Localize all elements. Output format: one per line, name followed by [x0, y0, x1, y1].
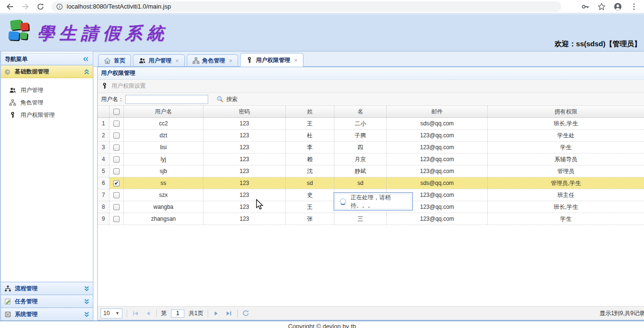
header-surname[interactable]: 姓 [286, 106, 334, 117]
cell-givenname: 月京 [334, 154, 387, 165]
loading-spinner-icon [340, 198, 346, 205]
cell-password: 123 [203, 177, 286, 189]
last-page-button[interactable] [225, 309, 233, 318]
cell-rownum: 3 [98, 142, 110, 153]
table-row[interactable]: 6✔ss123sdsdsds@qq.com管理员,学生 [98, 177, 644, 189]
row-checkbox[interactable] [113, 144, 120, 151]
next-page-button[interactable] [212, 309, 221, 318]
sidebar-item-user-permission[interactable]: 用户权限管理 [1, 109, 93, 121]
table-row[interactable]: 4lyj123赖月京123@qq.com系辅导员 [98, 154, 644, 165]
page-number-input[interactable] [171, 309, 184, 318]
cell-permissions: 班主任 [488, 189, 644, 201]
cell-permissions: 系辅导员 [488, 154, 644, 165]
accordion-panel-process[interactable]: 流程管理 [1, 282, 93, 295]
cell-email: 123@qq.com [387, 165, 488, 177]
cell-surname: 史 [286, 189, 334, 201]
table-row[interactable]: 9zhangsan123张三123@qq.com学生 [98, 213, 644, 225]
sidebar-item-role-management[interactable]: 角色管理 [1, 96, 93, 109]
menu-dots-icon[interactable] [630, 2, 638, 11]
cell-email: 123@qq.com [387, 213, 488, 225]
bookmark-star-icon[interactable] [597, 2, 606, 11]
tab-label: 首页 [114, 57, 125, 65]
row-checkbox[interactable] [113, 216, 120, 222]
reload-icon[interactable] [36, 2, 45, 11]
back-icon[interactable] [6, 2, 14, 11]
row-checkbox[interactable] [113, 192, 120, 198]
accordion-panel-label: 基础数据管理 [15, 68, 49, 76]
tab-label: 角色管理 [202, 57, 225, 65]
header-password[interactable]: 密码 [203, 106, 286, 117]
tab-user-management[interactable]: 用户管理 × [133, 54, 185, 66]
gear-icon [4, 68, 11, 75]
search-button[interactable]: 搜索 [216, 95, 238, 103]
accordion-panel-task[interactable]: 任务管理 [1, 295, 93, 308]
select-all-checkbox[interactable] [113, 109, 120, 115]
cell-permissions: 管理员 [488, 165, 644, 177]
accordion-panel-basic-data[interactable]: 基础数据管理 [1, 65, 93, 78]
cell-permissions: 学生 [488, 213, 644, 225]
password-key-icon[interactable] [581, 2, 590, 11]
cell-surname: 杜 [286, 130, 334, 141]
cell-checkbox [110, 165, 124, 177]
tab-home[interactable]: 首页 [98, 54, 131, 66]
close-icon[interactable]: × [229, 58, 233, 64]
cell-surname: 张 [286, 213, 334, 225]
cell-rownum: 5 [98, 165, 110, 177]
table-row[interactable]: 1cc2123王二小sds@qq.com班长,学生 [98, 118, 644, 130]
cell-surname: sd [286, 177, 334, 189]
tab-role-management[interactable]: 角色管理 × [187, 54, 239, 66]
org-tree-icon [192, 57, 200, 64]
row-checkbox[interactable] [113, 121, 120, 127]
header-username[interactable]: 用户名 [124, 106, 203, 117]
panel-title: 用户权限管理 [98, 67, 644, 80]
table-row[interactable]: 5sjb123沈静斌123@qq.com管理员 [98, 165, 644, 177]
row-checkbox[interactable] [113, 204, 120, 210]
header-rownum [98, 106, 110, 117]
header-email[interactable]: 邮件 [387, 106, 488, 117]
cell-givenname: 二小 [334, 118, 387, 129]
header-permissions[interactable]: 拥有权限 [488, 106, 644, 117]
page-label-left: 第 [161, 309, 167, 318]
key-icon [9, 112, 16, 119]
nav-sidebar: 导航菜单 基础数据管理 用户管理 角色管理 用户权限管理 流程管 [1, 51, 93, 320]
collapse-sidebar-icon[interactable] [82, 56, 89, 62]
header-givenname[interactable]: 名 [334, 106, 387, 117]
toolbar-label[interactable]: 用户权限设置 [111, 82, 146, 90]
sidebar-item-label: 角色管理 [20, 99, 43, 107]
search-row: 用户名： 搜索 [98, 93, 644, 106]
accordion-panel-system[interactable]: 系统管理 [1, 308, 93, 320]
pagination-bar: 10 ▼ 第 共1页 显示1到9,共9记录 [98, 306, 644, 320]
sidebar-spacer [1, 121, 93, 282]
cell-password: 123 [203, 201, 286, 213]
sidebar-item-label: 用户管理 [20, 86, 43, 94]
cell-password: 123 [203, 189, 286, 201]
row-checkbox[interactable] [113, 133, 120, 139]
refresh-button[interactable] [242, 309, 250, 318]
table-row[interactable]: 2dzt123杜子腾123@qq.com学生处 [98, 130, 644, 142]
profile-avatar-icon[interactable] [614, 2, 622, 11]
page-info-icon[interactable] [56, 3, 63, 10]
prev-page-button[interactable] [144, 309, 152, 318]
grid-toolbar: 用户权限设置 [98, 80, 644, 93]
address-bar[interactable]: localhost:8080/TestActiviti1.0/main.jsp [51, 1, 561, 12]
row-checkbox[interactable] [113, 156, 120, 163]
search-icon [216, 95, 224, 103]
first-page-button[interactable] [131, 309, 140, 318]
row-checkbox[interactable] [113, 168, 120, 174]
page-size-value: 10 [103, 310, 110, 317]
cell-permissions: 管理员,学生 [488, 177, 644, 189]
row-checkbox-checked[interactable]: ✔ [113, 180, 120, 186]
cell-email: sds@qq.com [387, 177, 488, 189]
sidebar-item-user-management[interactable]: 用户管理 [1, 84, 93, 96]
key-icon [246, 57, 253, 64]
close-icon[interactable]: × [175, 58, 179, 64]
table-row[interactable]: 3lisi123李四123@qq.com学生 [98, 142, 644, 154]
page-size-select[interactable]: 10 ▼ [101, 308, 122, 318]
forward-icon[interactable] [21, 2, 30, 11]
system-icon [4, 311, 11, 318]
close-icon[interactable]: × [294, 57, 298, 63]
cell-permissions: 学生处 [488, 130, 644, 141]
username-input[interactable] [125, 95, 208, 104]
tab-user-permission[interactable]: 用户权限管理 × [240, 53, 303, 67]
cell-checkbox [110, 142, 124, 153]
